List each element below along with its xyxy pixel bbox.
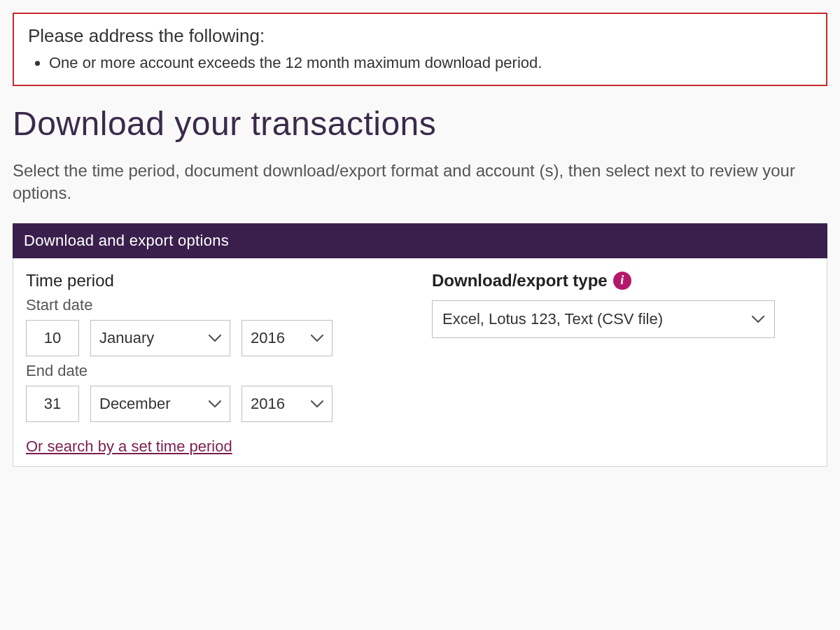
export-type-select[interactable]: Excel, Lotus 123, Text (CSV file)	[432, 300, 775, 338]
validation-error-list: One or more account exceeds the 12 month…	[28, 54, 812, 72]
end-month-value: December	[99, 395, 170, 413]
validation-error-item: One or more account exceeds the 12 month…	[49, 54, 812, 72]
chevron-down-icon	[311, 400, 323, 408]
options-panel-body: Time period Start date 10 January 2016	[13, 258, 827, 467]
search-set-period-link[interactable]: Or search by a set time period	[26, 438, 232, 456]
page-intro: Select the time period, document downloa…	[13, 160, 827, 205]
export-type-column: Download/export type i Excel, Lotus 123,…	[432, 271, 814, 456]
end-date-label: End date	[26, 362, 390, 380]
end-day-select[interactable]: 31	[26, 386, 79, 422]
start-day-value: 10	[44, 329, 61, 347]
start-year-select[interactable]: 2016	[241, 320, 332, 356]
validation-error-box: Please address the following: One or mor…	[13, 13, 827, 86]
chevron-down-icon	[209, 334, 221, 342]
time-period-column: Time period Start date 10 January 2016	[26, 271, 390, 456]
page-title: Download your transactions	[13, 104, 827, 143]
end-date-row: 31 December 2016	[26, 386, 390, 422]
info-icon[interactable]: i	[613, 272, 631, 290]
start-month-value: January	[99, 329, 154, 347]
start-year-value: 2016	[251, 329, 285, 347]
options-panel-header: Download and export options	[13, 223, 827, 258]
start-date-label: Start date	[26, 296, 390, 314]
export-type-label: Download/export type	[432, 271, 608, 290]
chevron-down-icon	[752, 315, 764, 323]
chevron-down-icon	[209, 400, 221, 408]
end-month-select[interactable]: December	[90, 386, 230, 422]
end-year-select[interactable]: 2016	[241, 386, 332, 422]
chevron-down-icon	[311, 334, 323, 342]
start-month-select[interactable]: January	[90, 320, 230, 356]
time-period-label: Time period	[26, 271, 390, 290]
end-year-value: 2016	[251, 395, 285, 413]
start-date-row: 10 January 2016	[26, 320, 390, 356]
start-day-select[interactable]: 10	[26, 320, 79, 356]
export-type-value: Excel, Lotus 123, Text (CSV file)	[442, 310, 663, 328]
end-day-value: 31	[44, 395, 61, 413]
validation-error-title: Please address the following:	[28, 25, 812, 47]
